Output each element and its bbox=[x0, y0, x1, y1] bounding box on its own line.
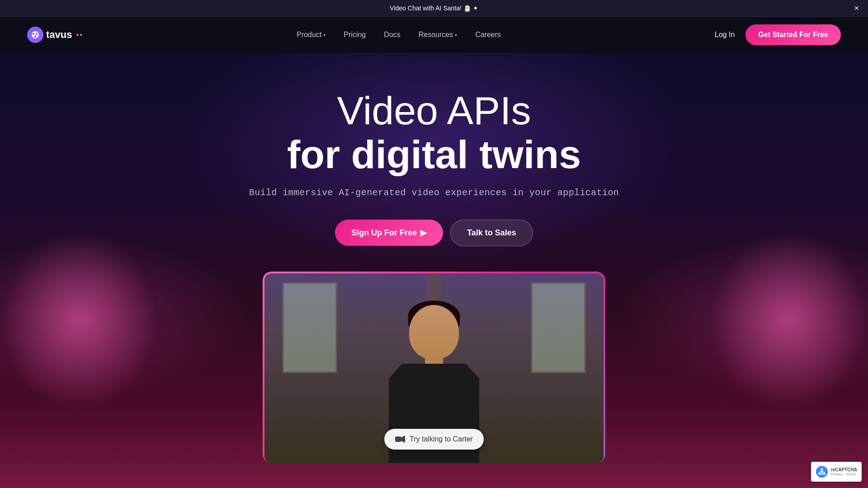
logo-decoration: ✦✦ bbox=[75, 33, 83, 38]
hero-section: Video APIs for digital twins Build immer… bbox=[0, 53, 868, 488]
navigation: tavus ✦✦ Product ▾ Pricing Docs Resource… bbox=[0, 17, 868, 53]
hero-title: Video APIs for digital twins bbox=[9, 89, 859, 177]
nav-links: Product ▾ Pricing Docs Resources ▾ Caree… bbox=[297, 31, 501, 39]
announcement-bar: Video Chat with AI Santa! 🎅 ✦ × bbox=[0, 0, 868, 17]
hero-buttons: Sign Up For Free ▶ Talk to Sales bbox=[9, 220, 859, 246]
nav-actions: Log In Get Started For Free bbox=[715, 24, 841, 45]
product-chevron-icon: ▾ bbox=[323, 33, 326, 38]
video-container: Try talking to Carter bbox=[264, 273, 604, 463]
pink-blob-right bbox=[710, 230, 868, 411]
svg-point-1 bbox=[33, 33, 34, 35]
announcement-close-button[interactable]: × bbox=[854, 4, 859, 12]
window-left bbox=[283, 282, 337, 373]
talk-to-sales-button[interactable]: Talk to Sales bbox=[450, 220, 533, 246]
recaptcha-label: reCAPTCHA bbox=[831, 467, 857, 472]
nav-resources-link[interactable]: Resources ▾ bbox=[419, 31, 457, 39]
svg-point-8 bbox=[821, 470, 823, 473]
get-started-button[interactable]: Get Started For Free bbox=[745, 24, 841, 45]
sign-up-button[interactable]: Sign Up For Free ▶ bbox=[335, 220, 443, 246]
arrow-icon: ▶ bbox=[420, 228, 427, 238]
svg-rect-4 bbox=[395, 436, 401, 442]
recaptcha-privacy-link[interactable]: Privacy - Terms bbox=[831, 472, 857, 476]
person-head bbox=[409, 305, 459, 359]
logo[interactable]: tavus ✦✦ bbox=[27, 27, 83, 43]
nav-pricing-link[interactable]: Pricing bbox=[344, 31, 366, 39]
window-right bbox=[531, 282, 585, 373]
video-frame[interactable]: Try talking to Carter bbox=[264, 273, 604, 463]
pink-blob-left bbox=[0, 230, 158, 411]
svg-point-2 bbox=[36, 33, 38, 35]
nav-docs-link[interactable]: Docs bbox=[384, 31, 400, 39]
logo-icon bbox=[27, 27, 43, 43]
hero-subtitle: Build immersive AI-generated video exper… bbox=[9, 188, 859, 198]
recaptcha-logo-icon bbox=[816, 465, 828, 478]
nav-careers-link[interactable]: Careers bbox=[475, 31, 501, 39]
announcement-text: Video Chat with AI Santa! 🎅 ✦ bbox=[390, 5, 478, 12]
login-link[interactable]: Log In bbox=[715, 31, 735, 39]
resources-chevron-icon: ▾ bbox=[455, 33, 457, 38]
recaptcha-badge: reCAPTCHA Privacy - Terms bbox=[811, 462, 862, 482]
svg-point-3 bbox=[34, 36, 36, 38]
video-wrapper: Try talking to Carter bbox=[264, 273, 604, 463]
nav-product-link[interactable]: Product ▾ bbox=[297, 31, 326, 39]
try-talking-button[interactable]: Try talking to Carter bbox=[384, 429, 484, 450]
svg-marker-5 bbox=[401, 436, 405, 443]
video-camera-icon bbox=[395, 436, 405, 443]
logo-text: tavus bbox=[46, 29, 72, 41]
